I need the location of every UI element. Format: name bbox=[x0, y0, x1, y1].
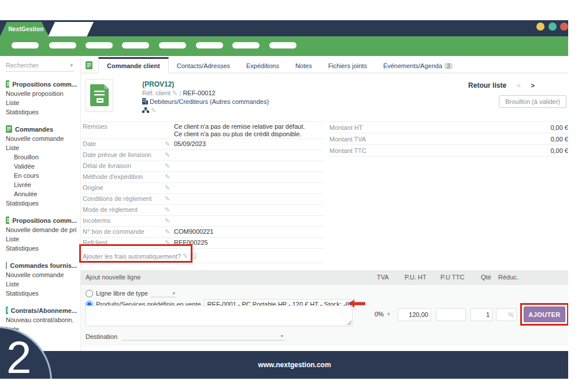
free-line-radio[interactable] bbox=[86, 290, 93, 297]
vat-select[interactable]: 0% ▾ bbox=[375, 311, 390, 318]
edit-pencil-icon[interactable]: ✎ bbox=[165, 195, 174, 203]
sidebar-item[interactable]: Annulée bbox=[6, 189, 77, 199]
free-line-type-select[interactable]: ▾ bbox=[151, 289, 176, 297]
destination-select[interactable]: ▾ bbox=[122, 332, 285, 341]
tab-commande-client[interactable]: Commande client bbox=[98, 57, 169, 73]
sidebar-item[interactable]: Livrée bbox=[6, 180, 77, 189]
next-record-icon[interactable]: > bbox=[531, 82, 535, 89]
form-row-delai-livraison: Délai de livraison ✎ bbox=[83, 161, 324, 172]
redacted-menu-item[interactable] bbox=[122, 42, 149, 48]
previous-record-icon[interactable]: < bbox=[517, 82, 520, 89]
montant-ttc-value: 0,00 € bbox=[550, 147, 568, 154]
edit-pencil-icon[interactable]: ✎ bbox=[165, 173, 174, 181]
sidebar-section-commandes: Commandes Nouvelle commande Liste Brouil… bbox=[6, 124, 77, 208]
thirdparty-link[interactable]: Debiteurs/Crediteurs (Autres commandes) bbox=[150, 98, 269, 105]
form-row-incoterms: Incoterms ✎ bbox=[83, 216, 324, 227]
project-sitemap-icon[interactable] bbox=[142, 107, 149, 113]
redacted-menu-item[interactable] bbox=[159, 42, 186, 48]
sidebar-item[interactable]: Validée bbox=[6, 162, 77, 171]
window-dot-yellow-icon[interactable] bbox=[536, 23, 544, 31]
edit-pencil-icon[interactable]: ✎ bbox=[165, 206, 174, 214]
edit-pencil-icon[interactable]: ✎ bbox=[183, 252, 188, 260]
screenshot-page: NextGestion Rechercher ▾ bbox=[0, 0, 578, 392]
order-icon bbox=[6, 125, 12, 133]
remise-note-1: Ce client n'a pas de remise relative par… bbox=[174, 123, 305, 130]
sidebar-section-title[interactable]: Commandes bbox=[6, 124, 77, 134]
back-to-list-link[interactable]: Retour liste bbox=[468, 81, 506, 89]
chevron-down-icon: ▾ bbox=[387, 311, 390, 317]
sidebar-item[interactable]: Statistiques bbox=[6, 199, 77, 208]
proposal-icon bbox=[6, 80, 9, 88]
redacted-menu-item[interactable] bbox=[86, 42, 113, 48]
line-description-textarea[interactable] bbox=[86, 305, 353, 326]
sidebar-item[interactable]: Statistiques bbox=[6, 244, 77, 253]
totals-table: Montant HT 0,00 € Montant TVA 0,00 € Mon… bbox=[329, 121, 568, 156]
tab-evenements-agenda[interactable]: Événements/Agenda3 bbox=[375, 59, 461, 73]
order-doc-icon bbox=[86, 61, 92, 69]
price-ht-input[interactable] bbox=[398, 308, 431, 321]
chevron-down-icon: ▾ bbox=[281, 333, 284, 339]
sidebar-section-title[interactable]: Contrats/Abonneme... bbox=[6, 305, 77, 315]
agenda-count-badge: 3 bbox=[444, 63, 453, 69]
form-row-date: Date ✎ 05/09/2023 bbox=[83, 139, 324, 150]
redacted-menu-item[interactable] bbox=[12, 42, 39, 48]
total-row-ttc: Montant TTC 0,00 € bbox=[329, 145, 568, 156]
sidebar-section-title[interactable]: Propositions comm... bbox=[6, 215, 77, 225]
tab-fichiers-joints[interactable]: Fichiers joints bbox=[320, 59, 375, 73]
edit-pencil-icon[interactable]: ✎ bbox=[165, 228, 174, 236]
sidebar-section-propositions-fournisseurs: Propositions comm... Nouvelle demande de… bbox=[6, 215, 77, 253]
sidebar-item[interactable]: Nouvelle demande de prix bbox=[6, 225, 77, 234]
tab-notes[interactable]: Notes bbox=[287, 59, 320, 73]
redacted-menu-item[interactable] bbox=[49, 42, 76, 48]
sidebar-item[interactable]: Liste bbox=[6, 143, 77, 152]
quantity-input[interactable] bbox=[470, 308, 492, 321]
document-thumbnail bbox=[86, 79, 113, 111]
sidebar-item[interactable]: Nouvelle proposition bbox=[6, 89, 77, 98]
col-qte: Qté bbox=[481, 274, 491, 281]
brand-tab[interactable]: NextGestion bbox=[0, 22, 52, 36]
redacted-menu-item[interactable] bbox=[232, 42, 260, 48]
sidebar-section-title[interactable]: Commandes fournis... bbox=[6, 260, 77, 270]
tabs-bar: Commande client Contacts/Adresses Expédi… bbox=[81, 58, 568, 73]
window-dot-green-icon[interactable] bbox=[549, 23, 557, 31]
edit-pencil-icon[interactable]: ✎ bbox=[165, 151, 174, 159]
tab-expeditions[interactable]: Expéditions bbox=[238, 59, 287, 73]
sidebar-item[interactable]: Liste bbox=[6, 279, 77, 289]
page-footer: www.nextgestion.com bbox=[0, 351, 568, 379]
sidebar-item[interactable]: En cours bbox=[6, 171, 77, 180]
edit-pencil-icon[interactable]: ✎ bbox=[165, 239, 174, 247]
brand-label: NextGestion bbox=[8, 26, 43, 32]
sidebar-item[interactable]: Liste bbox=[6, 234, 77, 244]
price-ttc-input[interactable] bbox=[436, 308, 466, 321]
edit-pencil-icon[interactable]: ✎ bbox=[151, 107, 156, 114]
edit-pencil-icon[interactable]: ✎ bbox=[172, 89, 177, 96]
tab-contacts-adresses[interactable]: Contacts/Adresses bbox=[169, 59, 238, 73]
search-input[interactable]: Rechercher ▾ bbox=[6, 61, 74, 72]
add-line-button[interactable]: AJOUTER bbox=[524, 307, 565, 322]
window-dot-red-icon[interactable] bbox=[560, 23, 568, 31]
status-badge: Brouillon (à valider) bbox=[499, 95, 566, 108]
sidebar-item[interactable]: Nouvelle commande bbox=[6, 270, 77, 279]
sidebar-section-title[interactable]: Propositions comm... bbox=[6, 79, 77, 89]
sidebar-item[interactable]: Liste bbox=[6, 98, 77, 107]
sidebar-item[interactable]: Brouillon bbox=[6, 152, 77, 162]
redacted-menu-item[interactable] bbox=[269, 42, 297, 48]
bon-commande-value: COM9000221 bbox=[174, 228, 324, 235]
frais-auto-checkbox[interactable] bbox=[190, 253, 197, 259]
edit-pencil-icon[interactable]: ✎ bbox=[165, 162, 174, 170]
edit-pencil-icon[interactable]: ✎ bbox=[165, 140, 174, 148]
sidebar-item[interactable]: Nouvelle commande bbox=[6, 134, 77, 143]
sidebar-item[interactable]: Statistiques bbox=[6, 107, 77, 117]
free-line-label: Ligne libre de type bbox=[96, 290, 148, 297]
free-line-option: Ligne libre de type ▾ bbox=[86, 289, 176, 297]
col-puht: P.U. HT bbox=[405, 274, 427, 281]
edit-pencil-icon[interactable]: ✎ bbox=[165, 184, 174, 192]
sidebar-item[interactable]: Nouveau contrat/abonn. bbox=[6, 315, 77, 324]
redacted-tab[interactable] bbox=[48, 22, 94, 36]
edit-pencil-icon[interactable]: ✎ bbox=[165, 217, 174, 225]
sidebar-item[interactable]: Statistiques bbox=[6, 289, 77, 298]
discount-input[interactable] bbox=[496, 308, 517, 321]
ref-client-label: Réf. client bbox=[142, 89, 171, 96]
redacted-menu-item[interactable] bbox=[196, 42, 223, 48]
form-row-date-livraison: Date prévue de livraison ✎ bbox=[83, 150, 324, 161]
